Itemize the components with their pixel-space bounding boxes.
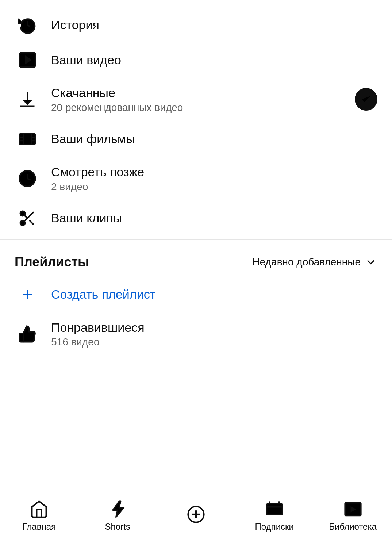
- watch-later-sublabel: 2 видео: [51, 181, 377, 193]
- home-icon: [30, 500, 49, 519]
- liked-sublabel: 516 видео: [51, 336, 377, 348]
- watch-later-label: Смотреть позже: [51, 165, 377, 180]
- sort-button[interactable]: Недавно добавленные: [253, 256, 377, 269]
- svg-point-11: [20, 211, 25, 216]
- playlists-title: Плейлисты: [15, 254, 89, 270]
- menu-item-downloads[interactable]: Скачанные 20 рекомендованных видео: [0, 77, 392, 122]
- chevron-down-icon: [364, 256, 377, 269]
- your-movies-label: Ваши фильмы: [51, 131, 377, 146]
- download-icon: [15, 90, 40, 109]
- nav-home-label: Главная: [23, 522, 56, 532]
- svg-line-15: [24, 215, 27, 218]
- scissors-icon: [15, 209, 40, 228]
- svg-point-12: [20, 220, 25, 225]
- plus-icon: +: [15, 285, 40, 304]
- watch-later-icon: [15, 169, 40, 188]
- bottom-nav: Главная Shorts Подписки Би: [0, 490, 392, 541]
- section-divider: [0, 239, 392, 240]
- menu-item-your-clips[interactable]: Ваши клипы: [0, 201, 392, 236]
- nav-item-shorts[interactable]: Shorts: [78, 500, 157, 532]
- nav-shorts-label: Shorts: [105, 522, 130, 532]
- menu-item-your-videos[interactable]: Ваши видео: [0, 42, 392, 77]
- nav-item-subscriptions[interactable]: Подписки: [235, 500, 314, 532]
- your-videos-label: Ваши видео: [51, 53, 377, 68]
- library-icon: [343, 500, 362, 519]
- menu-item-your-movies[interactable]: Ваши фильмы: [0, 122, 392, 157]
- sort-label: Недавно добавленные: [253, 256, 361, 268]
- nav-item-library[interactable]: Библиотека: [314, 500, 392, 532]
- svg-line-14: [29, 220, 34, 225]
- downloads-badge: [355, 88, 377, 111]
- playlists-section-header: Плейлисты Недавно добавленные: [0, 243, 392, 277]
- thumbs-up-icon: [15, 325, 40, 344]
- history-label: История: [51, 18, 377, 32]
- nav-item-home[interactable]: Главная: [0, 500, 78, 532]
- menu-item-history[interactable]: История: [0, 7, 392, 42]
- nav-subscriptions-label: Подписки: [255, 522, 294, 532]
- subscriptions-icon: [265, 500, 284, 519]
- menu-item-liked[interactable]: Понравившиеся 516 видео: [0, 312, 392, 356]
- svg-rect-3: [19, 134, 35, 145]
- menu-list: История Ваши видео Скачанные 20 рекоменд…: [0, 0, 392, 236]
- shorts-icon: [108, 500, 127, 519]
- menu-item-watch-later[interactable]: Смотреть позже 2 видео: [0, 157, 392, 201]
- create-icon: [187, 505, 205, 524]
- your-clips-label: Ваши клипы: [51, 211, 377, 226]
- play-square-icon: [15, 50, 40, 69]
- films-icon: [15, 130, 40, 149]
- svg-rect-19: [266, 503, 282, 514]
- nav-library-label: Библиотека: [329, 522, 377, 532]
- liked-label: Понравившиеся: [51, 320, 377, 335]
- nav-item-create[interactable]: [157, 505, 235, 527]
- create-playlist-button[interactable]: + Создать плейлист: [0, 277, 392, 312]
- downloads-sublabel: 20 рекомендованных видео: [51, 102, 355, 114]
- history-icon: [15, 15, 40, 34]
- downloads-label: Скачанные: [51, 85, 355, 100]
- create-playlist-label: Создать плейлист: [51, 287, 155, 302]
